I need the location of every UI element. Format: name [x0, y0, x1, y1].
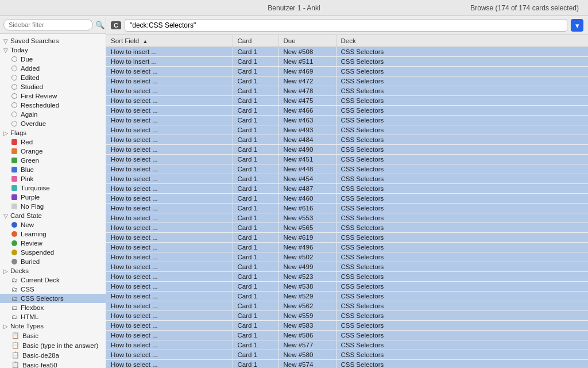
table-row[interactable]: How to select ... Card 1 New #580 CSS Se…	[106, 350, 588, 360]
sidebar-item-rescheduled[interactable]: Rescheduled	[0, 101, 106, 110]
sidebar-item-flag-turquoise[interactable]: Turquoise	[0, 183, 106, 193]
note-types-label: Note Types	[10, 323, 44, 329]
table-row[interactable]: How to select ... Card 1 New #619 CSS Se…	[106, 233, 588, 243]
sidebar-item-state-new[interactable]: New	[0, 220, 106, 229]
search-input[interactable]	[125, 19, 567, 32]
table-row[interactable]: How to insert ... Card 1 New #511 CSS Se…	[106, 57, 588, 67]
sidebar-item-notetype-basic-type[interactable]: 📋 Basic (type in the answer)	[0, 340, 106, 350]
cell-card: Card 1	[233, 282, 278, 292]
cell-sort-field: How to select ...	[106, 135, 233, 145]
deck-css-icon: 🗂	[11, 286, 18, 293]
sidebar-group-note-types[interactable]: ▷ Note Types	[0, 321, 106, 331]
table-row[interactable]: How to select ... Card 1 New #493 CSS Se…	[106, 125, 588, 135]
cell-due: New #484	[278, 135, 336, 145]
cell-sort-field: How to select ...	[106, 174, 233, 184]
table-row[interactable]: How to select ... Card 1 New #553 CSS Se…	[106, 213, 588, 223]
sidebar-item-state-buried[interactable]: Buried	[0, 257, 106, 266]
sidebar-item-studied[interactable]: Studied	[0, 82, 106, 91]
table-row[interactable]: How to select ... Card 1 New #616 CSS Se…	[106, 204, 588, 213]
table-row[interactable]: How to select ... Card 1 New #583 CSS Se…	[106, 321, 588, 331]
sidebar-item-state-learning[interactable]: Learning	[0, 229, 106, 239]
sidebar-item-flag-none[interactable]: No Flag	[0, 202, 106, 211]
table-row[interactable]: How to select ... Card 1 New #574 CSS Se…	[106, 360, 588, 369]
col-due[interactable]: Due	[278, 35, 336, 47]
sidebar-group-decks[interactable]: ▷ Decks	[0, 266, 106, 275]
table-row[interactable]: How to select ... Card 1 New #529 CSS Se…	[106, 292, 588, 301]
table-row[interactable]: How to select ... Card 1 New #577 CSS Se…	[106, 340, 588, 350]
table-row[interactable]: How to select ... Card 1 New #523 CSS Se…	[106, 272, 588, 282]
sidebar-item-notetype-basic[interactable]: 📋 Basic	[0, 331, 106, 340]
sidebar-item-state-suspended[interactable]: Suspended	[0, 248, 106, 257]
sidebar-item-flag-green[interactable]: Green	[0, 156, 106, 165]
sidebar-item-state-review[interactable]: Review	[0, 239, 106, 248]
table-row[interactable]: How to select ... Card 1 New #565 CSS Se…	[106, 223, 588, 233]
table-row[interactable]: How to select ... Card 1 New #451 CSS Se…	[106, 155, 588, 164]
sidebar-item-flag-blue[interactable]: Blue	[0, 165, 106, 174]
sidebar-item-flag-pink[interactable]: Pink	[0, 174, 106, 183]
sidebar-filter-search-button[interactable]: 🔍	[95, 19, 105, 30]
sidebar-item-flag-red[interactable]: Red	[0, 137, 106, 147]
cell-due: New #583	[278, 321, 336, 331]
table-row[interactable]: How to select ... Card 1 New #478 CSS Se…	[106, 86, 588, 96]
table-row[interactable]: How to select ... Card 1 New #475 CSS Se…	[106, 96, 588, 106]
table-row[interactable]: How to select ... Card 1 New #496 CSS Se…	[106, 243, 588, 252]
cell-card: Card 1	[233, 125, 278, 135]
table-row[interactable]: How to select ... Card 1 New #559 CSS Se…	[106, 311, 588, 321]
cell-card: Card 1	[233, 233, 278, 243]
table-row[interactable]: How to select ... Card 1 New #487 CSS Se…	[106, 184, 588, 194]
sidebar-item-again[interactable]: Again	[0, 110, 106, 119]
sidebar-group-card-state[interactable]: ▽ Card State	[0, 211, 106, 220]
sidebar: 🔍 ⚙ ▽ Saved Searches ▽ Today Due	[0, 16, 106, 368]
flag-red-label: Red	[21, 139, 33, 145]
sidebar-item-first-review[interactable]: First Review	[0, 91, 106, 101]
studied-label: Studied	[21, 83, 43, 90]
table-row[interactable]: How to insert ... Card 1 New #508 CSS Se…	[106, 47, 588, 57]
cell-deck: CSS Selectors	[336, 106, 588, 116]
sidebar-group-flags[interactable]: ▷ Flags	[0, 128, 106, 137]
table-row[interactable]: How to select ... Card 1 New #454 CSS Se…	[106, 174, 588, 184]
table-row[interactable]: How to select ... Card 1 New #538 CSS Se…	[106, 282, 588, 292]
flags-arrow: ▷	[3, 130, 8, 136]
sidebar-item-deck-flexbox[interactable]: 🗂 Flexbox	[0, 303, 106, 312]
table-row[interactable]: How to select ... Card 1 New #466 CSS Se…	[106, 106, 588, 116]
sidebar-item-deck-current[interactable]: 🗂 Current Deck	[0, 275, 106, 285]
table-row[interactable]: How to select ... Card 1 New #499 CSS Se…	[106, 262, 588, 272]
sidebar-item-notetype-basic-fea50[interactable]: 📋 Basic-fea50	[0, 360, 106, 368]
table-row[interactable]: How to select ... Card 1 New #469 CSS Se…	[106, 67, 588, 76]
flag-turquoise-icon	[11, 185, 17, 191]
sidebar-item-notetype-basic-de28a[interactable]: 📋 Basic-de28a	[0, 350, 106, 360]
sidebar-item-edited[interactable]: Edited	[0, 73, 106, 82]
sidebar-item-added[interactable]: Added	[0, 64, 106, 73]
sidebar-section-note-types: ▷ Note Types 📋 Basic 📋 Basic (type in th…	[0, 321, 106, 368]
table-row[interactable]: How to select ... Card 1 New #460 CSS Se…	[106, 194, 588, 204]
sidebar-item-deck-css-selectors[interactable]: 🗂 CSS Selectors	[0, 294, 106, 303]
col-sort-field[interactable]: Sort Field ▲	[106, 35, 233, 47]
sidebar-group-saved-searches[interactable]: ▽ Saved Searches	[0, 36, 106, 45]
table-row[interactable]: How to select ... Card 1 New #448 CSS Se…	[106, 164, 588, 174]
sidebar-item-flag-purple[interactable]: Purple	[0, 193, 106, 202]
table-row[interactable]: How to select ... Card 1 New #484 CSS Se…	[106, 135, 588, 145]
sidebar-group-today[interactable]: ▽ Today	[0, 45, 106, 55]
table-row[interactable]: How to select ... Card 1 New #502 CSS Se…	[106, 252, 588, 262]
sidebar-item-overdue[interactable]: Overdue	[0, 119, 106, 128]
rescheduled-icon	[11, 102, 17, 108]
cell-card: Card 1	[233, 331, 278, 340]
sidebar-item-flag-orange[interactable]: Orange	[0, 147, 106, 156]
cell-due: New #562	[278, 301, 336, 311]
sidebar-item-deck-css[interactable]: 🗂 CSS	[0, 285, 106, 294]
col-deck[interactable]: Deck	[336, 35, 588, 47]
deck-flexbox-icon: 🗂	[11, 304, 18, 311]
state-learning-icon	[11, 231, 17, 237]
table-row[interactable]: How to select ... Card 1 New #562 CSS Se…	[106, 301, 588, 311]
sidebar-item-deck-html[interactable]: 🗂 HTML	[0, 312, 106, 321]
table-row[interactable]: How to select ... Card 1 New #490 CSS Se…	[106, 145, 588, 155]
cell-deck: CSS Selectors	[336, 194, 588, 204]
sidebar-filter-input[interactable]	[3, 19, 93, 30]
search-dropdown-button[interactable]: ▾	[571, 19, 583, 32]
table-row[interactable]: How to select ... Card 1 New #472 CSS Se…	[106, 76, 588, 86]
notetype-basic-icon: 📋	[11, 332, 20, 339]
col-card[interactable]: Card	[233, 35, 278, 47]
sidebar-item-due[interactable]: Due	[0, 55, 106, 64]
table-row[interactable]: How to select ... Card 1 New #463 CSS Se…	[106, 116, 588, 125]
table-row[interactable]: How to select ... Card 1 New #586 CSS Se…	[106, 331, 588, 340]
